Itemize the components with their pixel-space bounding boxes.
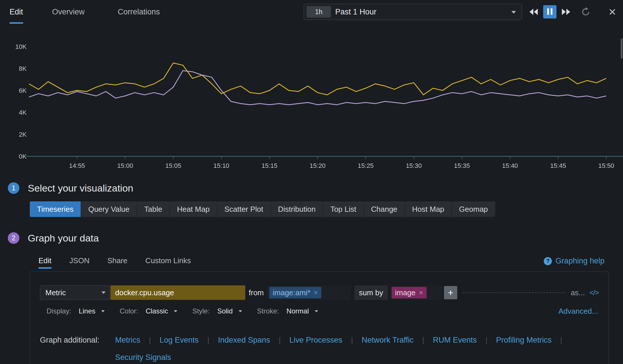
graph-tab-share[interactable]: Share xyxy=(107,252,127,269)
from-filter-tag[interactable]: image:ami* × xyxy=(269,287,321,298)
svg-text:14:55: 14:55 xyxy=(69,162,85,169)
svg-text:15:05: 15:05 xyxy=(165,162,181,169)
tab-overview[interactable]: Overview xyxy=(52,0,85,24)
group-by-input[interactable]: image × xyxy=(390,285,442,300)
close-button[interactable]: × xyxy=(606,5,619,18)
svg-text:4K: 4K xyxy=(19,109,27,116)
style-dropdown[interactable]: Style: Solid xyxy=(192,307,242,315)
svg-text:0K: 0K xyxy=(19,153,27,160)
rewind-icon xyxy=(529,9,538,15)
step-2-badge: 2 xyxy=(8,232,19,244)
svg-text:15:50: 15:50 xyxy=(598,162,614,169)
viz-option-top-list[interactable]: Top List xyxy=(323,201,364,217)
metric-value: docker.cpu.usage xyxy=(115,288,174,297)
pause-button[interactable] xyxy=(543,5,556,18)
scrollbar-thumb[interactable] xyxy=(621,38,622,59)
svg-text:15:15: 15:15 xyxy=(261,162,277,169)
additional-link-log-events[interactable]: Log Events xyxy=(160,336,199,344)
viz-option-scatter-plot[interactable]: Scatter Plot xyxy=(217,201,271,217)
sum-by-label: sum by xyxy=(354,285,388,300)
additional-link-live-processes[interactable]: Live Processes xyxy=(290,336,342,344)
svg-text:6K: 6K xyxy=(19,87,27,94)
link-separator: | xyxy=(207,336,209,344)
additional-link-profiling-metrics[interactable]: Profiling Metrics xyxy=(496,336,552,344)
tab-edit[interactable]: Edit xyxy=(10,0,23,24)
source-type-value: Metric xyxy=(45,288,66,297)
svg-text:15:00: 15:00 xyxy=(117,162,133,169)
tab-correlations[interactable]: Correlations xyxy=(118,0,160,24)
svg-text:15:30: 15:30 xyxy=(406,162,422,169)
display-options-row: Display: Lines Color: Classic Style: Sol… xyxy=(47,305,333,317)
additional-link-metrics[interactable]: Metrics xyxy=(115,336,140,344)
viz-option-heat-map[interactable]: Heat Map xyxy=(170,201,217,217)
chevron-down-icon xyxy=(102,291,106,294)
additional-link-security-signals[interactable]: Security Signals xyxy=(115,353,171,362)
time-range-badge: 1h xyxy=(307,6,331,18)
svg-text:15:45: 15:45 xyxy=(550,162,566,169)
link-separator: | xyxy=(351,336,353,344)
graph-tab-json[interactable]: JSON xyxy=(69,252,89,269)
additional-link-rum-events[interactable]: RUM Events xyxy=(433,336,477,344)
display-value: Lines xyxy=(79,307,95,315)
viz-option-host-map[interactable]: Host Map xyxy=(405,201,452,217)
source-type-dropdown[interactable]: Metric xyxy=(40,285,110,300)
chevron-down-icon xyxy=(101,310,105,312)
group-by-tag-label: image xyxy=(395,288,416,297)
viz-option-geomap[interactable]: Geomap xyxy=(452,201,495,217)
remove-tag-icon[interactable]: × xyxy=(314,289,318,297)
additional-links-row: Security Signals xyxy=(115,349,607,364)
svg-text:15:10: 15:10 xyxy=(213,162,229,169)
svg-text:15:20: 15:20 xyxy=(309,162,325,169)
link-separator: | xyxy=(560,336,562,344)
code-editor-icon[interactable]: </> xyxy=(589,289,599,297)
fast-forward-button[interactable] xyxy=(559,5,573,18)
refresh-button[interactable] xyxy=(579,5,592,18)
svg-text:15:25: 15:25 xyxy=(358,162,374,169)
advanced-link[interactable]: Advanced... xyxy=(559,305,598,317)
viz-option-distribution[interactable]: Distribution xyxy=(271,201,323,217)
svg-text:15:40: 15:40 xyxy=(502,162,518,169)
metric-input[interactable]: docker.cpu.usage xyxy=(110,285,245,300)
additional-link-network-traffic[interactable]: Network Traffic xyxy=(362,336,414,344)
timeseries-chart[interactable]: 10K8K6K4K2K0K14:5515:0015:0515:1015:1515… xyxy=(0,24,623,180)
graph-section-title: Graph your data xyxy=(28,232,99,244)
viz-option-change[interactable]: Change xyxy=(364,201,405,217)
color-label: Color: xyxy=(120,307,138,315)
time-range-label: Past 1 Hour xyxy=(335,8,377,16)
stroke-value: Normal xyxy=(287,307,309,315)
svg-text:2K: 2K xyxy=(19,131,27,138)
time-range-picker[interactable]: 1h Past 1 Hour xyxy=(304,4,522,20)
stroke-dropdown[interactable]: Stroke: Normal xyxy=(257,307,318,315)
rewind-button[interactable] xyxy=(527,5,540,18)
from-filter-input[interactable]: image:ami* × xyxy=(268,285,351,300)
graph-additional-links: Metrics|Log Events|Indexed Spans|Live Pr… xyxy=(115,332,607,364)
graph-tab-edit[interactable]: Edit xyxy=(38,252,51,269)
from-label: from xyxy=(249,288,264,297)
graphing-help-link[interactable]: ? Graphing help xyxy=(544,257,604,265)
color-value: Classic xyxy=(146,307,168,315)
as-alias-button[interactable]: as... xyxy=(571,288,585,297)
viz-option-table[interactable]: Table xyxy=(137,201,170,217)
viz-option-timeseries[interactable]: Timeseries xyxy=(30,201,81,217)
color-dropdown[interactable]: Color: Classic xyxy=(120,307,177,315)
additional-links-row: Metrics|Log Events|Indexed Spans|Live Pr… xyxy=(115,332,607,349)
link-separator: | xyxy=(279,336,281,344)
chevron-down-icon xyxy=(315,310,318,312)
help-icon: ? xyxy=(544,257,552,265)
additional-link-indexed-spans[interactable]: Indexed Spans xyxy=(218,336,270,344)
chevron-down-icon xyxy=(511,11,516,14)
display-label: Display: xyxy=(47,307,71,315)
add-query-button[interactable]: + xyxy=(444,286,457,299)
graph-tab-custom-links[interactable]: Custom Links xyxy=(145,252,191,269)
viz-option-query-value[interactable]: Query Value xyxy=(81,201,137,217)
remove-tag-icon[interactable]: × xyxy=(419,289,423,297)
display-dropdown[interactable]: Display: Lines xyxy=(47,307,105,315)
chart-canvas: 10K8K6K4K2K0K14:5515:0015:0515:1015:1515… xyxy=(0,24,623,180)
graph-additional-label: Graph additional: xyxy=(40,332,99,348)
group-by-tag[interactable]: image × xyxy=(392,287,427,298)
graph-tabs: Edit JSON Share Custom Links xyxy=(38,252,191,269)
style-label: Style: xyxy=(192,307,210,315)
query-connector-line xyxy=(462,292,565,293)
style-value: Solid xyxy=(217,307,233,315)
fast-forward-icon xyxy=(562,9,570,15)
